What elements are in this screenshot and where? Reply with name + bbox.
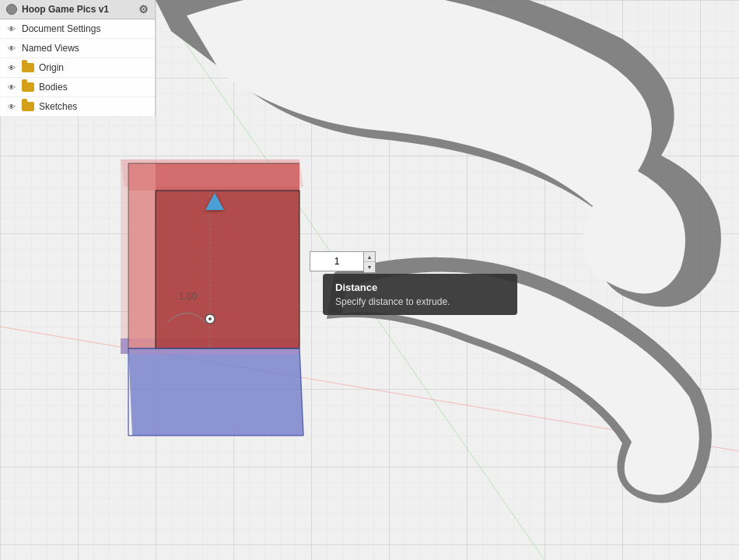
- document-settings-label: Document Settings: [22, 23, 100, 34]
- spinner-up-button[interactable]: ▲: [364, 252, 375, 262]
- svg-point-25: [208, 317, 212, 320]
- visibility-icon-named-views: 👁: [6, 43, 17, 54]
- named-views-label: Named Views: [22, 43, 79, 54]
- arrow-up-icon: [205, 193, 224, 210]
- visibility-icon-sketches: 👁: [6, 101, 17, 112]
- folder-icon-origin: [22, 63, 34, 72]
- visibility-icon-origin: 👁: [6, 62, 17, 73]
- tooltip-description: Specify distance to extrude.: [335, 296, 505, 307]
- origin-label: Origin: [39, 62, 64, 73]
- visibility-icon-bodies: 👁: [6, 82, 17, 93]
- sidebar-item-named-views[interactable]: 👁 Named Views: [0, 39, 155, 58]
- sidebar-item-sketches[interactable]: 👁 Sketches: [0, 97, 155, 117]
- svg-text:1.00: 1.00: [179, 291, 198, 302]
- svg-marker-4: [128, 348, 303, 436]
- title-bar: Hoop Game Pics v1 ⚙: [0, 0, 155, 19]
- sidebar-item-bodies[interactable]: 👁 Bodies: [0, 78, 155, 97]
- distance-value-input[interactable]: [310, 251, 364, 271]
- sidebar-item-origin[interactable]: 👁 Origin: [0, 58, 155, 78]
- settings-icon: ⚙: [138, 3, 149, 16]
- visibility-icon: 👁: [6, 23, 17, 34]
- sidebar-panel: Hoop Game Pics v1 ⚙ 👁 Document Settings …: [0, 0, 156, 117]
- app-icon: [6, 4, 17, 15]
- sidebar-item-document-settings[interactable]: 👁 Document Settings: [0, 19, 155, 39]
- app-title: Hoop Game Pics v1: [22, 4, 109, 15]
- folder-icon-sketches: [22, 102, 34, 111]
- distance-input-container[interactable]: ▲ ▼: [310, 251, 376, 273]
- spinner-buttons: ▲ ▼: [364, 251, 376, 273]
- distance-tooltip: Distance Specify distance to extrude.: [323, 274, 517, 315]
- bodies-label: Bodies: [39, 82, 68, 93]
- spinner-down-button[interactable]: ▼: [364, 262, 375, 272]
- folder-icon-bodies: [22, 82, 34, 92]
- sketches-label: Sketches: [39, 101, 77, 112]
- tooltip-title: Distance: [335, 282, 505, 293]
